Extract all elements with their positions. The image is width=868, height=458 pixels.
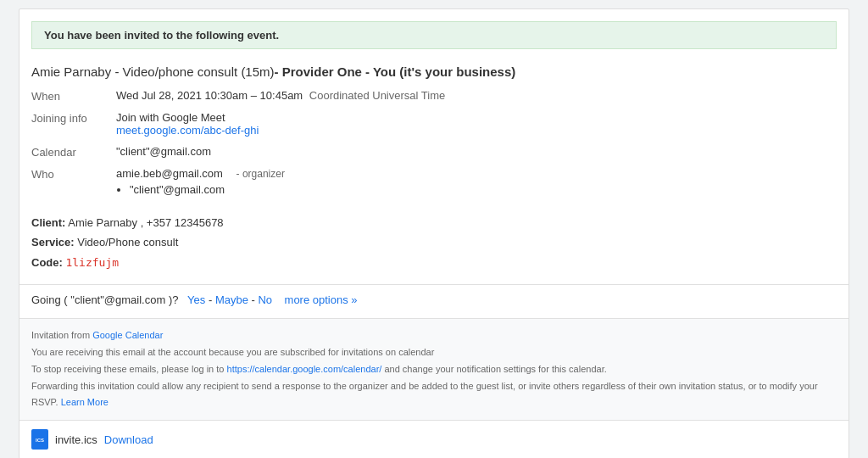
- download-link[interactable]: Download: [104, 433, 153, 446]
- when-label: When: [31, 89, 116, 103]
- joining-value: Join with Google Meet meet.google.com/ab…: [116, 111, 837, 137]
- code-label: Code:: [31, 256, 63, 269]
- client-label: Client:: [31, 216, 65, 229]
- going-suffix: )?: [169, 293, 179, 306]
- client-name: Amie Parnaby: [68, 216, 137, 229]
- receiving-text: You are receiving this email at the acco…: [31, 347, 206, 357]
- svg-text:ICS: ICS: [36, 438, 44, 443]
- invite-banner: You have been invited to the following e…: [31, 21, 837, 49]
- receiving-suffix: because you are subscribed for invitatio…: [209, 347, 434, 357]
- code-line: Code: 1lizfujm: [31, 253, 837, 272]
- invitation-text: Invitation from: [31, 330, 90, 340]
- going-dash-1: -: [209, 293, 215, 306]
- invitation-line: Invitation from Google Calendar: [31, 327, 837, 344]
- google-calendar-link[interactable]: Google Calendar: [92, 330, 163, 340]
- organizer-note: - organizer: [236, 168, 285, 180]
- email-container: You have been invited to the following e…: [19, 8, 849, 458]
- going-no[interactable]: No: [258, 293, 272, 306]
- who-label: Who: [31, 167, 116, 181]
- joining-label: Joining info: [31, 111, 116, 125]
- join-text: Join with Google Meet: [116, 111, 837, 124]
- who-organizer: amie.beb@gmail.com: [116, 167, 223, 180]
- going-account: "client"@gmail.com: [70, 293, 165, 306]
- ics-icon: ICS: [31, 429, 48, 450]
- going-row: Going ( "client"@gmail.com )? Yes - Mayb…: [19, 284, 849, 318]
- when-timezone: Coordinated Universal Time: [309, 89, 445, 102]
- going-yes[interactable]: Yes: [187, 293, 205, 306]
- footer-section: Invitation from Google Calendar You are …: [19, 318, 849, 420]
- event-details: When Wed Jul 28, 2021 10:30am – 10:45am …: [19, 89, 849, 196]
- meet-link[interactable]: meet.google.com/abc-def-ghi: [116, 124, 259, 137]
- when-row: When Wed Jul 28, 2021 10:30am – 10:45am …: [31, 89, 837, 103]
- who-organizer-line: amie.beb@gmail.com - organizer: [116, 167, 837, 180]
- forwarding-line: Forwarding this invitation could allow a…: [31, 378, 837, 412]
- event-title-bold: - Provider One - You (it's your business…: [275, 64, 516, 79]
- stop-line: To stop receiving these emails, please l…: [31, 361, 837, 378]
- when-datetime: Wed Jul 28, 2021 10:30am – 10:45am: [116, 89, 303, 102]
- stop-text: To stop receiving these emails, please l…: [31, 364, 224, 374]
- receiving-line: You are receiving this email at the acco…: [31, 344, 837, 361]
- when-value: Wed Jul 28, 2021 10:30am – 10:45am Coord…: [116, 89, 837, 102]
- who-value: amie.beb@gmail.com - organizer "client"@…: [116, 167, 837, 196]
- calendar-value: "client"@gmail.com: [116, 145, 837, 158]
- who-attendee: "client"@gmail.com: [130, 183, 837, 196]
- event-title: Amie Parnaby - Video/phone consult (15m)…: [19, 58, 849, 89]
- going-maybe[interactable]: Maybe: [215, 293, 248, 306]
- event-title-regular: Amie Parnaby - Video/phone consult (15m): [31, 64, 275, 79]
- who-list: "client"@gmail.com: [130, 183, 837, 196]
- extra-info: Client: Amie Parnaby , +357 12345678 Ser…: [19, 204, 849, 284]
- client-line: Client: Amie Parnaby , +357 12345678: [31, 213, 837, 232]
- forwarding-text: Forwarding this invitation could allow a…: [31, 381, 818, 408]
- ics-filename: invite.ics: [55, 433, 97, 446]
- banner-text: You have been invited to the following e…: [44, 29, 279, 42]
- service-value: Video/Phone consult: [77, 236, 178, 249]
- service-label: Service:: [31, 236, 75, 249]
- code-value: 1lizfujm: [65, 256, 119, 269]
- service-line: Service: Video/Phone consult: [31, 232, 837, 252]
- learn-more-link[interactable]: Learn More: [61, 397, 108, 407]
- client-phone: , +357 12345678: [141, 216, 224, 229]
- going-prefix: Going (: [31, 293, 68, 306]
- joining-row: Joining info Join with Google Meet meet.…: [31, 111, 837, 137]
- calendar-label: Calendar: [31, 145, 116, 159]
- calendar-row: Calendar "client"@gmail.com: [31, 145, 837, 159]
- stop-link[interactable]: https://calendar.google.com/calendar/: [227, 364, 382, 374]
- stop-suffix: and change your notification settings fo…: [384, 364, 606, 374]
- going-more-options[interactable]: more options »: [285, 293, 358, 306]
- attachment-bar: ICS invite.ics Download: [19, 420, 849, 458]
- who-row: Who amie.beb@gmail.com - organizer "clie…: [31, 167, 837, 196]
